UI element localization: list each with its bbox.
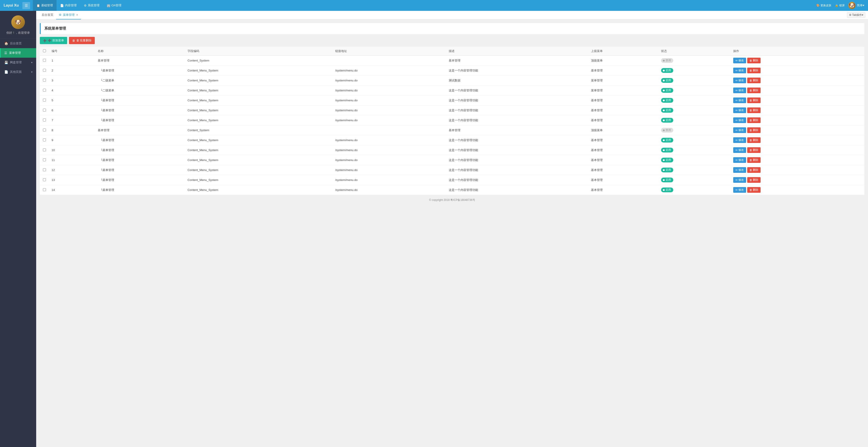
change-skin-button[interactable]: 🎨 更换皮肤 [816, 4, 831, 7]
row-status: 启用 [658, 106, 731, 115]
row-checkbox[interactable] [43, 158, 46, 161]
row-checkbox[interactable] [43, 128, 46, 131]
edit-button[interactable]: ✏ 修改 [733, 157, 746, 163]
edit-button[interactable]: ✏ 修改 [733, 68, 746, 73]
delete-button[interactable]: 🗑 删除 [747, 108, 761, 113]
row-checkbox[interactable] [43, 99, 46, 101]
row-checkbox[interactable] [43, 119, 46, 121]
select-all-checkbox[interactable] [43, 49, 46, 52]
edit-label: 修改 [738, 98, 744, 102]
batch-delete-button[interactable]: 🗑 🗑 批量删除 [69, 37, 95, 44]
delete-button[interactable]: 🗑 删除 [747, 137, 761, 143]
col-id: 编号 [49, 47, 95, 56]
row-checkbox-cell [40, 175, 49, 185]
status-dot-icon [663, 99, 665, 101]
status-dot-icon [663, 90, 665, 91]
page-body: 系统菜单管理 ➕ ➕ 添加菜单 🗑 🗑 批量删除 [36, 20, 868, 447]
action-buttons: ✏ 修改 🗑 删除 [733, 147, 862, 153]
edit-icon: ✏ [736, 188, 738, 191]
delete-button[interactable]: 🗑 删除 [747, 157, 761, 163]
sidebar-item-drive[interactable]: 💾 网盘管理 ▾ [0, 58, 36, 67]
row-checkbox-cell [40, 76, 49, 86]
status-label: 启用 [665, 148, 671, 152]
sidebar-item-home[interactable]: 🏠 后台首页 [0, 39, 36, 48]
status-badge[interactable]: 启用 [661, 88, 673, 93]
menu-table-container: 编号 名称 字段编码 链接地址 描述 上级菜单 状态 操作 [40, 47, 864, 195]
status-badge[interactable]: 启用 [661, 108, 673, 113]
edit-button[interactable]: ✏ 修改 [733, 88, 746, 93]
row-actions: ✏ 修改 🗑 删除 [731, 185, 864, 195]
status-badge[interactable]: 启用 [661, 148, 673, 152]
status-badge[interactable]: 启用 [661, 168, 673, 172]
status-badge[interactable]: 启用 [661, 187, 673, 192]
row-checkbox[interactable] [43, 148, 46, 151]
row-url [333, 125, 446, 135]
edit-button[interactable]: ✏ 修改 [733, 167, 746, 173]
status-badge[interactable]: 启用 [661, 158, 673, 162]
row-actions: ✏ 修改 🗑 删除 [731, 165, 864, 175]
status-label: 启用 [665, 68, 671, 72]
row-actions: ✏ 修改 🗑 删除 [731, 155, 864, 165]
edit-button[interactable]: ✏ 修改 [733, 137, 746, 143]
row-checkbox[interactable] [43, 139, 46, 141]
nav-item-system[interactable]: ⚙ 系统管理 [80, 0, 103, 11]
table-row: 7 └菜单管理 Content_Menu_System /system/menu… [40, 115, 864, 125]
row-checkbox[interactable] [43, 168, 46, 171]
row-checkbox[interactable] [43, 69, 46, 72]
row-checkbox[interactable] [43, 89, 46, 92]
status-badge[interactable]: 启用 [661, 178, 673, 182]
nav-item-basic[interactable]: 📋 基础管理 [33, 0, 57, 11]
row-checkbox[interactable] [43, 59, 46, 62]
delete-button[interactable]: 🗑 删除 [747, 78, 761, 83]
edit-button[interactable]: ✏ 修改 [733, 147, 746, 153]
status-badge[interactable]: 启用 [661, 78, 673, 83]
delete-button[interactable]: 🗑 删除 [747, 58, 761, 63]
row-checkbox[interactable] [43, 109, 46, 112]
status-badge[interactable]: 启用 [661, 118, 673, 123]
status-badge[interactable]: 禁用 [661, 58, 673, 63]
row-name: └菜单管理 [95, 165, 185, 175]
status-badge[interactable]: 启用 [661, 138, 673, 143]
edit-button[interactable]: ✏ 修改 [733, 117, 746, 123]
toolbar: ➕ ➕ 添加菜单 🗑 🗑 批量删除 [40, 37, 864, 44]
status-badge[interactable]: 禁用 [661, 128, 673, 132]
sidebar-item-other[interactable]: 📄 其他页面 ▾ [0, 67, 36, 77]
add-menu-button[interactable]: ➕ ➕ 添加菜单 [40, 37, 67, 44]
username-label: 简单▾ [857, 3, 864, 7]
status-badge[interactable]: 启用 [661, 68, 673, 73]
row-name: └菜单管理 [95, 66, 185, 76]
row-checkbox[interactable] [43, 188, 46, 191]
delete-button[interactable]: 🗑 删除 [747, 68, 761, 73]
status-dot-icon [663, 159, 665, 161]
user-menu[interactable]: 🐶 简单▾ [848, 2, 864, 9]
delete-button[interactable]: 🗑 删除 [747, 117, 761, 123]
delete-button[interactable]: 🗑 删除 [747, 88, 761, 93]
edit-button[interactable]: ✏ 修改 [733, 177, 746, 183]
row-checkbox[interactable] [43, 79, 46, 82]
delete-button[interactable]: 🗑 删除 [747, 167, 761, 173]
col-url: 链接地址 [333, 47, 446, 56]
delete-button[interactable]: 🗑 删除 [747, 187, 761, 193]
delete-button[interactable]: 🗑 删除 [747, 127, 761, 133]
status-badge[interactable]: 启用 [661, 98, 673, 103]
lock-screen-button[interactable]: 🔒 锁屏 [835, 4, 845, 7]
edit-button[interactable]: ✏ 修改 [733, 108, 746, 113]
sidebar-item-menu[interactable]: ☰ 菜单管理 [0, 48, 36, 58]
edit-button[interactable]: ✏ 修改 [733, 187, 746, 193]
tab-action-button[interactable]: ⚙ Tab操作▾ [847, 12, 865, 18]
tab-menu[interactable]: ⚙ 菜单管理 ✕ [56, 11, 81, 20]
tab-home[interactable]: 后台首页 [39, 11, 56, 20]
delete-button[interactable]: 🗑 删除 [747, 177, 761, 183]
tab-menu-close-icon[interactable]: ✕ [76, 13, 78, 17]
edit-button[interactable]: ✏ 修改 [733, 97, 746, 103]
nav-item-oa[interactable]: 🏢 OA管理 [103, 0, 125, 11]
row-checkbox[interactable] [43, 178, 46, 181]
menu-toggle-button[interactable]: ☰ [22, 2, 30, 9]
nav-item-content[interactable]: 📄 内容管理 [57, 0, 80, 11]
edit-button[interactable]: ✏ 修改 [733, 58, 746, 63]
edit-button[interactable]: ✏ 修改 [733, 78, 746, 83]
edit-button[interactable]: ✏ 修改 [733, 127, 746, 133]
row-url: /system/menu.do [333, 165, 446, 175]
delete-button[interactable]: 🗑 删除 [747, 97, 761, 103]
delete-button[interactable]: 🗑 删除 [747, 147, 761, 153]
